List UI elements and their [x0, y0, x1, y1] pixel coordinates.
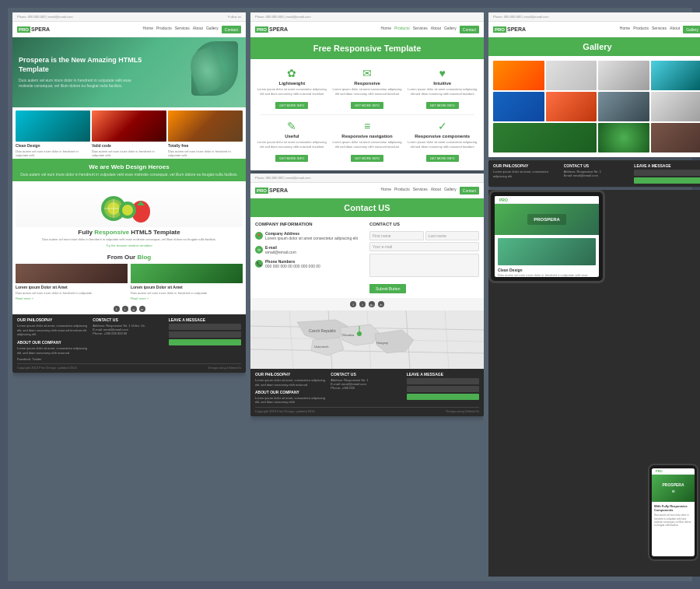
gallery-item-11[interactable] — [651, 123, 701, 153]
nav3-gallery[interactable]: Gallery — [444, 187, 457, 195]
footer-leave2-heading: LEAVE A MESSAGE — [407, 372, 479, 377]
form-lastname[interactable]: Last name — [425, 231, 480, 240]
gallery-item-7[interactable] — [598, 92, 649, 121]
design-credit-1: Design using Unlimit.Us — [208, 366, 241, 370]
frt-title: Free Responsive Template — [257, 44, 478, 53]
nav2-about[interactable]: About — [431, 26, 441, 33]
tablet-logo: PRO SPERA — [498, 197, 527, 203]
social-tw[interactable]: t — [122, 306, 128, 312]
gallery-item-8[interactable] — [651, 92, 701, 121]
nav3-products[interactable]: Products — [394, 187, 410, 195]
blog-post-desc-1: Duis autem vel eum iriure dolor in hendr… — [16, 291, 128, 295]
social-in-2[interactable]: in — [378, 301, 384, 307]
nav4-products[interactable]: Products — [633, 26, 649, 33]
frt-btn-3[interactable]: GET MORE INFO — [426, 102, 459, 109]
contact-map: Czech Republic Slovakia Hungary Österrei… — [250, 310, 484, 369]
leave-email-input[interactable] — [169, 331, 241, 338]
footer-contact2-heading: CONTACT US — [331, 372, 403, 377]
nav-links-3: Home Products Services About Gallery Con… — [381, 187, 479, 195]
copyright-2: Copyright 2013 Free Design, updated 2014 — [255, 409, 315, 413]
social-fb-2[interactable]: f — [350, 301, 356, 307]
frt-icon-2: ✉ — [332, 67, 403, 79]
frt-label-1: Lightweight — [257, 81, 327, 86]
nav4-services[interactable]: Services — [652, 26, 667, 33]
leave-submit-btn[interactable] — [169, 339, 241, 345]
frt-icon-3: ♥ — [407, 67, 478, 79]
social-fb[interactable]: f — [114, 306, 120, 312]
leave-submit-btn-3[interactable] — [634, 177, 700, 184]
logo-text-3: SPERA — [269, 188, 288, 193]
leave-name-input-3[interactable] — [634, 170, 700, 176]
nav2-gallery[interactable]: Gallery — [444, 26, 457, 33]
frt-desc-3: Lorem ipsum dolor sit amet consectetur a… — [407, 87, 478, 96]
copyright-1: Copyright 2013 Free Design, updated 2014 — [17, 366, 77, 370]
frt-feature-3: ♥ Intuitive Lorem ipsum dolor sit amet c… — [405, 64, 479, 113]
frt-btn-5[interactable]: GET MORE INFO — [351, 155, 383, 162]
nav4-home[interactable]: Home — [620, 26, 630, 33]
footer2-phone: Phone: +000 000 — [331, 386, 403, 390]
leave-name-input-2[interactable] — [407, 378, 479, 384]
fruit-image — [16, 184, 243, 227]
form-firstname[interactable]: First name — [369, 231, 424, 240]
nav-products[interactable]: Products — [156, 26, 172, 33]
nav-contact-cta[interactable]: Contact — [222, 26, 241, 33]
nav2-services[interactable]: Services — [413, 26, 428, 33]
webdesign-banner: We are Web Design Heroes Duis autem vel … — [12, 159, 246, 181]
form-submit-btn[interactable]: Submit Button — [369, 284, 406, 293]
leave-email-input-2[interactable] — [407, 386, 479, 392]
thumb-3: Totally free Duis autem vel eum iriure d… — [168, 110, 243, 157]
phone-hero-hamburger[interactable]: ≡ — [671, 489, 674, 494]
frt-btn-6[interactable]: GET MORE INFO — [426, 155, 459, 162]
nav3-about[interactable]: About — [431, 187, 441, 195]
nav-bar-2: PRO SPERA Home Products Services About G… — [250, 22, 484, 37]
footer-tw[interactable]: Twitter — [33, 357, 42, 361]
nav2-contact-cta[interactable]: Contact — [460, 26, 479, 33]
footer-leave-2: LEAVE A MESSAGE — [407, 372, 479, 404]
phone-hamburger-icon[interactable]: ≡ — [689, 469, 692, 474]
leave-submit-btn-2[interactable] — [407, 394, 479, 400]
nav3-home[interactable]: Home — [381, 187, 391, 195]
gallery-item-5[interactable] — [493, 92, 544, 121]
frt-btn-1[interactable]: GET MORE INFO — [275, 102, 308, 109]
try-browser-link[interactable]: Try the browser window simulator — [16, 244, 243, 247]
form-email[interactable]: Your e-mail — [369, 242, 479, 251]
blog-readmore-1[interactable]: Read more » — [16, 296, 128, 300]
nav4-gallery-cta[interactable]: Gallery — [683, 26, 700, 33]
footer-phone: Phone: +000 000 000 00 — [93, 331, 165, 335]
nav-gallery[interactable]: Gallery — [206, 26, 219, 33]
nav-services[interactable]: Services — [175, 26, 190, 33]
social-tw-2[interactable]: t — [359, 301, 366, 307]
nav3-contact-cta[interactable]: Contact — [460, 187, 479, 195]
frt-btn-4[interactable]: GET MORE INFO — [275, 155, 308, 162]
gallery-item-3[interactable] — [598, 61, 649, 90]
gallery-item-10[interactable] — [598, 123, 649, 153]
nav-bar-4: PRO SPERA Home Products Services About G… — [488, 22, 700, 37]
blog-readmore-2[interactable]: Read more » — [131, 296, 243, 300]
gallery-item-4[interactable] — [651, 61, 701, 90]
phone-text: 000 000 000 00 000 000 000 00 — [265, 264, 320, 269]
tablet-hero-title: PROSPERA — [534, 217, 560, 222]
footer-col3-leave: LEAVE A MESSAGE — [634, 163, 700, 184]
nav4-about[interactable]: About — [670, 26, 680, 33]
gallery-item-6[interactable] — [546, 92, 597, 121]
social-in[interactable]: in — [139, 306, 145, 312]
gallery-item-9[interactable] — [493, 123, 597, 153]
nav-home[interactable]: Home — [143, 26, 153, 33]
gallery-item-1[interactable] — [493, 61, 544, 90]
phone-nav: PRO SPERA ≡ — [652, 468, 695, 475]
site-footer-2: OUR PHILOSOPHY Lorem ipsum dolor sit ame… — [250, 369, 484, 415]
footer-fb[interactable]: Facebook — [17, 357, 31, 361]
nav3-services[interactable]: Services — [413, 187, 428, 195]
svg-text:Hungary: Hungary — [376, 341, 388, 345]
social-gp-2[interactable]: g+ — [369, 301, 375, 307]
leave-name-input[interactable] — [169, 324, 241, 330]
social-gp[interactable]: g — [131, 306, 137, 312]
nav2-products[interactable]: Products — [394, 26, 410, 33]
tablet-hamburger-icon[interactable]: ≡ — [592, 196, 596, 203]
gallery-item-2[interactable] — [546, 61, 597, 90]
frt-btn-2[interactable]: GET MORE INFO — [351, 102, 383, 109]
blog-post-title-2: Lorem ipsum Dolor sit Amet — [131, 285, 243, 289]
form-message[interactable] — [369, 254, 479, 277]
nav-about[interactable]: About — [193, 26, 203, 33]
nav2-home[interactable]: Home — [381, 26, 391, 33]
